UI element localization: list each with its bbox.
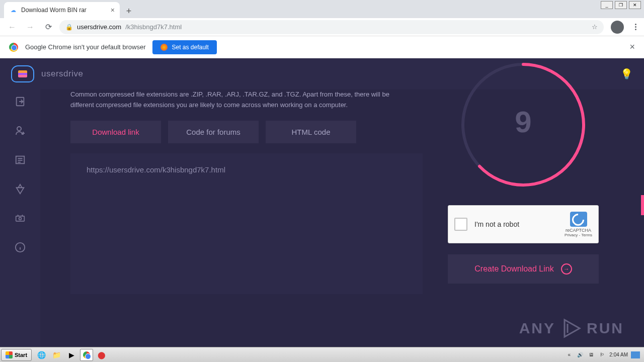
link-tabs: Download link Code for forums HTML code [70,121,423,143]
tab-title: Download Worm BIN rar [21,7,87,14]
news-icon[interactable] [13,153,27,167]
taskbar-explorer-icon[interactable]: 📁 [50,349,63,361]
site-header: usersdrive 💡 [0,58,644,89]
watermark: ANY RUN [519,317,624,340]
default-browser-infobar: Google Chrome isn't your default browser… [0,36,644,58]
window-maximize[interactable]: ❐ [615,1,627,9]
sidebar [0,58,40,347]
create-download-button[interactable]: Create Download Link → [448,254,599,284]
address-bar: ← → ⟳ 🔒 usersdrive.com/k3hisbngd7k7.html… [0,18,644,36]
brand-name: usersdrive [41,69,83,79]
menu-icon[interactable] [632,24,639,30]
tab-download-link[interactable]: Download link [70,121,161,143]
taskbar-ie-icon[interactable]: 🌐 [35,349,48,361]
url-path: /k3hisbngd7k7.html [125,23,182,31]
description: Common compressed file extensions are .Z… [70,89,423,111]
tab-html-code[interactable]: HTML code [266,121,356,143]
taskbar-media-icon[interactable]: ▶ [65,349,78,361]
browser-tab[interactable]: ☁ Download Worm BIN rar × [4,2,120,18]
back-button[interactable]: ← [5,20,19,34]
tray-desktop-icon[interactable] [631,351,640,358]
browser-tab-strip: ☁ Download Worm BIN rar × + [0,0,644,18]
tray-clock[interactable]: 2:04 AM [609,352,628,357]
create-button-label: Create Download Link [474,264,553,274]
recaptcha-checkbox[interactable] [454,218,467,231]
svg-point-4 [19,217,22,220]
recaptcha-icon [570,212,587,227]
close-icon[interactable]: × [629,42,635,52]
set-default-button[interactable]: Set as default [152,40,216,54]
add-user-icon[interactable] [13,124,27,138]
tray-flag-icon[interactable]: 🏳 [598,351,606,359]
recaptcha-widget: I'm not a robot reCAPTCHA Privacy - Term… [448,205,599,243]
bulb-icon[interactable]: 💡 [620,68,633,80]
logo[interactable]: usersdrive [11,65,83,82]
recaptcha-logo: reCAPTCHA Privacy - Terms [565,212,592,237]
system-tray: « 🔊 🖥 🏳 2:04 AM [565,351,643,359]
windows-icon [6,351,13,358]
window-minimize[interactable]: _ [601,1,613,9]
lock-icon: 🔒 [65,24,73,31]
premium-icon[interactable] [13,182,27,196]
arrow-right-icon: → [561,263,572,275]
reload-button[interactable]: ⟳ [41,20,55,34]
profile-icon[interactable] [611,21,624,34]
tab-code-forums[interactable]: Code for forums [168,121,259,143]
login-icon[interactable] [13,95,27,109]
main-content: Common compressed file extensions are .Z… [40,89,644,347]
start-button[interactable]: Start [1,349,32,361]
recaptcha-label: I'm not a robot [474,220,519,228]
infobar-text: Google Chrome isn't your default browser [25,43,145,51]
cloud-icon: ☁ [9,6,17,14]
forward-button[interactable]: → [23,20,37,34]
new-tab-button[interactable]: + [122,4,136,18]
bookmark-icon[interactable]: ☆ [592,23,598,31]
set-default-label: Set as default [172,44,208,51]
page-content: usersdrive 💡 Common compressed file exte… [0,58,644,347]
svg-rect-3 [16,216,25,221]
cloud-logo-icon [11,65,34,82]
svg-point-1 [17,127,21,131]
taskbar-chrome-icon[interactable] [80,349,93,361]
window-close[interactable]: ✕ [629,1,641,9]
payout-icon[interactable] [13,211,27,225]
accent-stripe [641,195,644,215]
taskbar-opera-icon[interactable]: ⬤ [95,349,108,361]
url-domain: usersdrive.com [77,23,121,31]
link-textarea[interactable]: https://usersdrive.com/k3hisbngd7k7.html [70,153,423,294]
taskbar: Start 🌐 📁 ▶ ⬤ « 🔊 🖥 🏳 2:04 AM [0,347,644,362]
chrome-icon [9,43,18,52]
url-input[interactable]: 🔒 usersdrive.com/k3hisbngd7k7.html ☆ [59,20,604,34]
tray-expand-icon[interactable]: « [565,351,573,359]
shield-icon [160,44,168,51]
tray-network-icon[interactable]: 🖥 [587,351,595,359]
countdown-timer: 9 [458,89,589,190]
close-icon[interactable]: × [111,6,115,14]
countdown-number: 9 [458,105,589,139]
play-icon [559,317,583,340]
info-icon[interactable] [13,240,27,254]
tray-volume-icon[interactable]: 🔊 [576,351,584,359]
